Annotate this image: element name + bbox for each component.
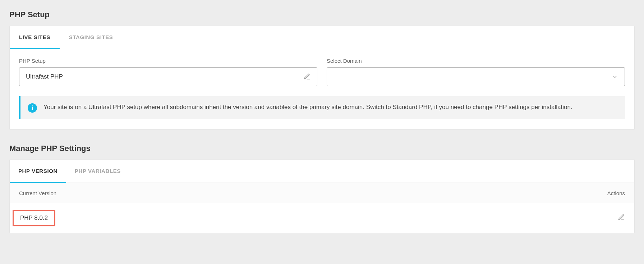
edit-version-button[interactable] — [618, 214, 625, 223]
col-actions: Actions — [607, 190, 625, 196]
col-current-version: Current Version — [19, 190, 56, 196]
select-domain-field[interactable] — [327, 67, 625, 86]
current-version-value: PHP 8.0.2 — [13, 210, 55, 226]
tab-php-variables[interactable]: PHP VARIABLES — [66, 160, 129, 183]
php-setup-heading: PHP Setup — [9, 10, 635, 19]
php-setup-value: Ultrafast PHP — [26, 73, 303, 80]
php-setup-body: PHP Setup Ultrafast PHP Select Domain — [10, 49, 634, 129]
tab-staging-sites[interactable]: STAGING SITES — [60, 26, 123, 49]
pencil-icon — [618, 216, 625, 222]
tab-php-version[interactable]: PHP VERSION — [10, 160, 66, 183]
manage-php-tabs: PHP VERSION PHP VARIABLES — [10, 160, 634, 183]
manage-php-heading: Manage PHP Settings — [9, 144, 635, 153]
php-setup-field-label: PHP Setup — [19, 58, 317, 64]
php-setup-field[interactable]: Ultrafast PHP — [19, 67, 317, 86]
tab-live-sites[interactable]: LIVE SITES — [10, 26, 60, 49]
version-table-header: Current Version Actions — [10, 183, 634, 203]
select-domain-label: Select Domain — [327, 58, 625, 64]
info-text: Your site is on a Ultrafast PHP setup wh… — [43, 103, 572, 113]
php-setup-card: LIVE SITES STAGING SITES PHP Setup Ultra… — [9, 26, 635, 129]
php-setup-tabs: LIVE SITES STAGING SITES — [10, 26, 634, 49]
manage-php-card: PHP VERSION PHP VARIABLES Current Versio… — [9, 160, 635, 233]
pencil-icon — [303, 73, 310, 80]
chevron-down-icon — [612, 74, 618, 80]
info-box: i Your site is on a Ultrafast PHP setup … — [19, 96, 625, 119]
info-icon: i — [28, 103, 37, 113]
version-row: PHP 8.0.2 — [10, 203, 634, 233]
